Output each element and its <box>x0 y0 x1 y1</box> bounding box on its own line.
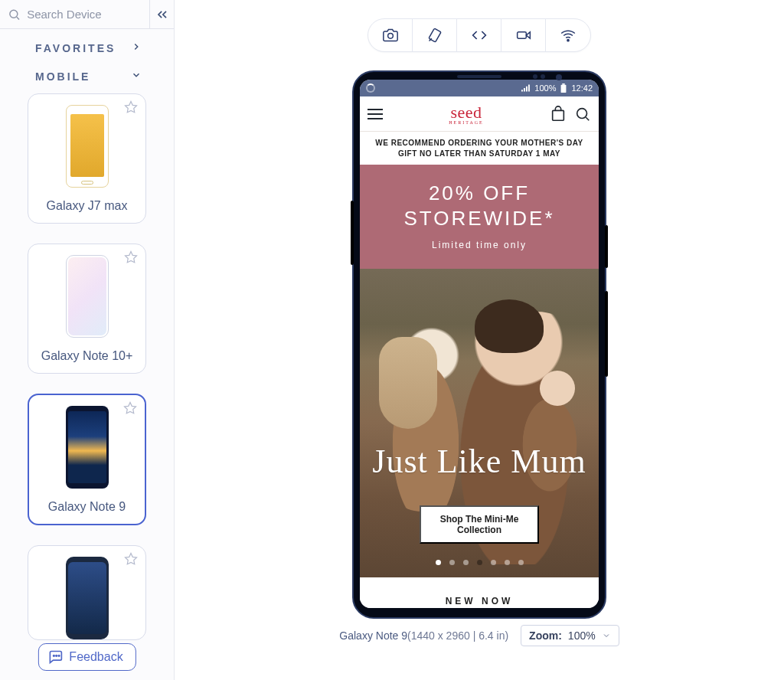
svg-point-14 <box>567 40 569 41</box>
svg-point-7 <box>55 655 57 657</box>
device-card-partial[interactable] <box>28 545 146 640</box>
menu-button[interactable] <box>368 109 383 119</box>
svg-point-22 <box>577 108 587 118</box>
hero-cta-button[interactable]: Shop The Mini-Me Collection <box>420 505 539 544</box>
svg-point-6 <box>53 655 54 657</box>
next-section-peek: NEW NOW <box>360 577 599 608</box>
device-thumbnail <box>66 105 109 188</box>
clock: 12:42 <box>571 83 593 93</box>
chat-icon <box>47 649 63 665</box>
promo-line-1: 20% OFF <box>368 181 591 205</box>
device-name: Galaxy Note 9 <box>35 499 139 515</box>
loading-spinner-icon <box>366 83 375 93</box>
video-icon <box>516 28 531 43</box>
feedback-button[interactable]: Feedback <box>38 643 136 671</box>
current-device-name: Galaxy Note 9 <box>339 629 407 642</box>
device-name: Galaxy J7 max <box>34 198 139 214</box>
section-mobile-label: MOBILE <box>35 70 90 83</box>
device-card-galaxy-note-10-plus[interactable]: Galaxy Note 10+ <box>28 244 146 374</box>
promo-line-3: Limited time only <box>368 240 591 250</box>
site-header: seed HERITAGE <box>360 96 599 132</box>
svg-rect-20 <box>563 83 565 85</box>
search-box[interactable] <box>0 7 149 22</box>
hero-headline: Just Like Mum <box>360 442 599 481</box>
side-button <box>605 225 608 268</box>
device-info-row: Galaxy Note 9(1440 x 2960 | 6.4 in) Zoom… <box>339 625 619 646</box>
side-button <box>351 201 354 265</box>
chevron-right-icon <box>131 41 142 54</box>
svg-rect-17 <box>526 87 528 92</box>
svg-marker-13 <box>526 32 530 38</box>
device-frame: 100% 12:42 seed HERITAGE WE RECOMMEND OR… <box>352 70 606 619</box>
emulator-toolbar <box>368 18 591 52</box>
favorite-toggle[interactable] <box>124 100 138 117</box>
svg-marker-5 <box>126 554 137 564</box>
screenshot-button[interactable] <box>368 19 413 51</box>
feedback-label: Feedback <box>69 650 122 664</box>
svg-line-23 <box>586 117 589 120</box>
favorite-toggle[interactable] <box>124 250 138 267</box>
device-list[interactable]: Galaxy J7 max Galaxy Note 10+ Galaxy Not… <box>0 90 174 680</box>
section-favorites-label: FAVORITES <box>35 42 116 54</box>
side-button <box>605 291 608 377</box>
hero-figure <box>475 299 544 353</box>
hero-carousel[interactable]: Just Like Mum Shop The Mini-Me Collectio… <box>360 269 599 577</box>
signal-icon <box>521 84 531 92</box>
device-card-galaxy-j7-max[interactable]: Galaxy J7 max <box>28 93 146 224</box>
svg-rect-21 <box>553 110 564 120</box>
rotate-icon <box>427 28 443 43</box>
collapse-sidebar-button[interactable] <box>149 0 174 29</box>
wifi-icon <box>560 28 576 43</box>
svg-rect-15 <box>521 90 523 91</box>
carousel-dots[interactable] <box>360 560 599 565</box>
svg-marker-4 <box>125 403 136 414</box>
svg-rect-18 <box>528 85 530 92</box>
chevron-down-icon <box>602 631 611 640</box>
favorite-toggle[interactable] <box>124 552 138 569</box>
device-sidebar: FAVORITES MOBILE Galaxy J7 max <box>0 0 175 680</box>
svg-point-8 <box>58 655 60 657</box>
record-button[interactable] <box>501 19 546 51</box>
svg-point-0 <box>10 10 18 18</box>
search-icon[interactable] <box>574 106 591 123</box>
favorite-toggle[interactable] <box>123 401 137 418</box>
battery-percent: 100% <box>534 83 556 93</box>
section-mobile[interactable]: MOBILE <box>0 62 174 90</box>
bag-icon[interactable] <box>550 106 567 123</box>
svg-marker-2 <box>126 102 137 113</box>
rotate-button[interactable] <box>413 19 457 51</box>
speaker <box>457 75 501 78</box>
devtools-button[interactable] <box>457 19 501 51</box>
svg-rect-12 <box>517 32 526 38</box>
chevron-down-icon <box>131 70 142 83</box>
svg-point-9 <box>387 34 393 39</box>
camera-icon <box>383 28 398 43</box>
device-thumbnail <box>66 255 109 338</box>
main-stage: 100% 12:42 seed HERITAGE WE RECOMMEND OR… <box>175 0 784 680</box>
section-favorites[interactable]: FAVORITES <box>0 29 174 62</box>
current-device-spec: (1440 x 2960 | 6.4 in) <box>407 629 508 642</box>
promo-line-2: STOREWIDE* <box>368 207 591 230</box>
search-input[interactable] <box>27 8 142 21</box>
zoom-dropdown[interactable]: Zoom: 100% <box>521 625 619 646</box>
zoom-value: 100% <box>568 629 596 642</box>
search-row <box>0 0 174 29</box>
announcement-banner: WE RECOMMEND ORDERING YOUR MOTHER'S DAY … <box>360 132 599 165</box>
device-thumbnail <box>66 557 109 639</box>
network-button[interactable] <box>546 19 590 51</box>
front-camera <box>556 74 562 80</box>
promo-banner[interactable]: 20% OFF STOREWIDE* Limited time only <box>360 165 599 269</box>
device-card-galaxy-note-9[interactable]: Galaxy Note 9 <box>28 394 146 525</box>
search-icon <box>8 7 21 22</box>
code-icon <box>472 28 487 43</box>
svg-rect-19 <box>561 85 567 93</box>
svg-rect-16 <box>524 88 525 92</box>
chevron-double-left-icon <box>155 7 170 22</box>
status-bar: 100% 12:42 <box>360 80 599 96</box>
brand-logo[interactable]: seed HERITAGE <box>449 103 484 125</box>
hero-figure <box>379 337 437 429</box>
svg-line-1 <box>17 17 19 19</box>
device-screen[interactable]: 100% 12:42 seed HERITAGE WE RECOMMEND OR… <box>360 80 599 608</box>
hero-figure <box>540 371 575 406</box>
sensors <box>533 74 545 79</box>
